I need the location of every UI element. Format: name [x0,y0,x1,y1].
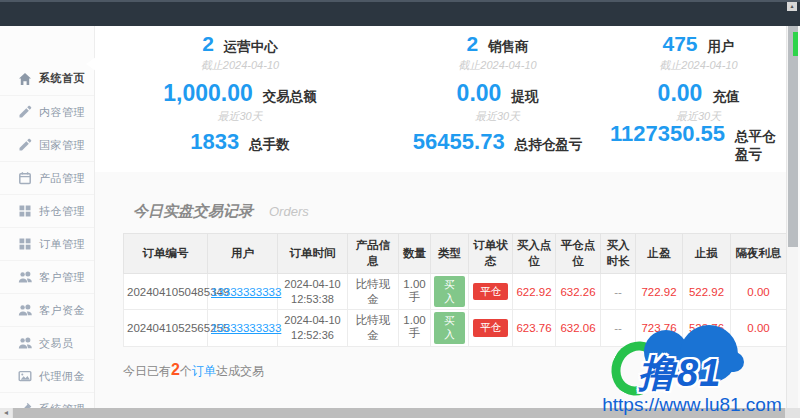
orders-title-row: 今日实盘交易记录 Orders [133,202,787,221]
image-icon [18,369,32,383]
stat-value: 1127350.55 [610,121,725,147]
watermark-url-text: https://www.lu81.com [586,394,798,416]
column-header: 买入时长 [601,234,636,274]
status-badge: 平仓 [473,283,508,301]
edit-icon [18,138,32,152]
stat-label: 充值 [712,88,739,106]
type-badge: 买入 [434,312,465,343]
stat-value: 0.00 [658,80,703,107]
stat-value: 1833 [190,129,239,155]
product-cell: 比特现金 [356,314,391,341]
sidebar: 系统首页 内容管理 国家管理 产品管理 持仓管理 订单管理 客户管理 客户资金 … [0,26,95,408]
column-header: 隔夜利息 [731,234,787,274]
buy-point-cell: 622.92 [516,286,551,298]
sidebar-item-7[interactable]: 客户资金 [0,293,94,326]
orders-table-header: 订单编号用户订单时间产品信息数量类型订单状态买入点位平仓点位买入时长止盈止损隔夜… [124,234,787,274]
column-header: 产品信息 [348,234,399,274]
users-icon [18,336,32,350]
stat-sublabel: 最近30天 [217,109,262,124]
sidebar-item-label: 系统首页 [39,71,85,86]
orders-subtitle: Orders [269,204,309,219]
stat-cell: 2 运营中心 截止2024-04-10 [95,26,385,78]
sidebar-item-label: 产品管理 [39,171,85,186]
stat-value: 2 [466,32,478,56]
grid-icon [18,237,32,251]
stat-cell: 0.00 提现 最近30天 [385,78,610,126]
scrollbar-up-icon[interactable]: ▴ [787,2,797,11]
note-prefix: 今日已有 [123,364,171,378]
quantity-cell: 1.00手 [403,278,425,303]
stat-value: 1,000.00 [163,80,253,107]
close-point-cell: 632.26 [560,286,595,298]
stat-sublabel: 最近30天 [475,109,520,124]
note-suffix: 达成交易 [216,364,264,378]
stat-value: 475 [662,32,697,56]
stat-sublabel: 截止2024-04-10 [458,58,536,73]
quantity-cell: 1.00手 [403,314,425,339]
column-header: 订单时间 [278,234,348,274]
stat-value: 2 [202,32,214,56]
order-time-cell: 2024-04-10 [281,277,344,292]
users-icon [18,303,32,317]
column-header: 类型 [431,234,469,274]
orders-title: 今日实盘交易记录 [133,202,253,221]
stat-label: 总持仓盈亏 [515,136,583,154]
sidebar-item-5[interactable]: 订单管理 [0,227,94,260]
home-icon [18,72,32,86]
users-icon [18,270,32,284]
user-phone-link[interactable]: 13333333333 [211,322,281,334]
note-mid: 个 [180,364,192,378]
sidebar-active-notch [86,57,96,71]
column-header: 平仓点位 [556,234,601,274]
sidebar-item-2[interactable]: 国家管理 [0,128,94,161]
stat-cell: 475 用户 截止2024-04-10 [610,26,787,78]
status-badge: 平仓 [473,319,508,337]
stat-cell: 56455.73 总持仓盈亏 [385,126,610,172]
sidebar-item-1[interactable]: 内容管理 [0,95,94,128]
scrollbar-left-icon[interactable]: ◂ [0,408,12,418]
user-phone-link[interactable]: 13333333333 [211,286,281,298]
sidebar-item-label: 持仓管理 [39,204,85,219]
stat-label: 用户 [708,38,735,56]
stat-label: 运营中心 [224,38,278,56]
sidebar-item-9[interactable]: 代理佣金 [0,359,94,392]
sidebar-nav: 系统首页 内容管理 国家管理 产品管理 持仓管理 订单管理 客户管理 客户资金 … [0,62,94,408]
stat-cell: 1,000.00 交易总额 最近30天 [95,78,385,126]
stat-cell: 1833 总手数 [95,126,385,172]
duration-cell: -- [614,286,622,298]
stats-card: 2 运营中心 截止2024-04-10 2 销售商 截止2024-04-10 4… [95,26,787,172]
stat-label: 提现 [511,88,538,106]
vertical-scrollbar-thumb[interactable] [788,26,798,247]
sidebar-item-label: 内容管理 [39,105,85,120]
column-header: 订单编号 [124,234,208,274]
sidebar-item-label: 国家管理 [39,138,85,153]
sidebar-item-label: 交易员 [39,336,74,351]
table-row: 2024041050485349133333333332024-04-1012:… [124,274,787,310]
stat-cell: 1127350.55 总平仓盈亏 [610,126,787,172]
edit-icon [18,105,32,119]
stop-loss-cell: 522.92 [689,286,724,298]
note-count: 2 [171,361,180,378]
sidebar-item-0[interactable]: 系统首页 [0,62,94,95]
sidebar-item-3[interactable]: 产品管理 [0,161,94,194]
sidebar-item-8[interactable]: 交易员 [0,326,94,359]
watermark-logo: 撸81 https://www.lu81.com [586,328,798,416]
order-time-cell: 12:52:36 [281,328,344,343]
stat-label: 总手数 [249,136,290,154]
buy-point-cell: 623.76 [516,322,551,334]
sidebar-item-label: 客户资金 [39,303,85,318]
stat-value: 0.00 [457,80,502,107]
stat-label: 销售商 [488,38,529,56]
product-cell: 比特现金 [356,278,391,305]
column-header: 用户 [208,234,278,274]
order-time-cell: 12:53:38 [281,292,344,307]
sidebar-item-label: 代理佣金 [39,369,85,384]
sidebar-item-4[interactable]: 持仓管理 [0,194,94,227]
sidebar-item-10[interactable]: 系统管理 [0,392,94,408]
sidebar-item-6[interactable]: 客户管理 [0,260,94,293]
stat-cell: 2 销售商 截止2024-04-10 [385,26,610,78]
stat-label: 交易总额 [263,88,317,106]
take-profit-cell: 722.92 [641,286,676,298]
type-badge: 买入 [434,276,465,307]
sidebar-item-label: 订单管理 [39,237,85,252]
